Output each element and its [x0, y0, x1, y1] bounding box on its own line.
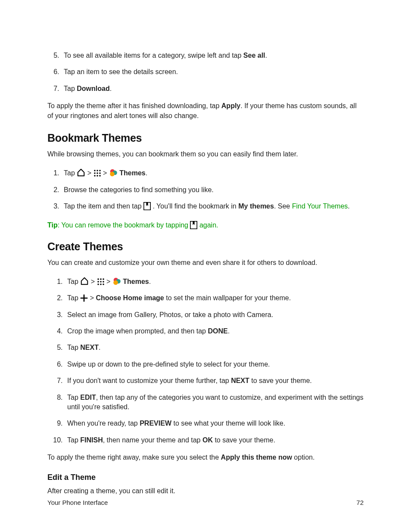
home-icon: [80, 277, 89, 286]
ct-step-8: Tap EDIT, then tap any of the categories…: [65, 389, 364, 416]
create-intro: You can create and customize your own th…: [47, 258, 364, 268]
bold-done: DONE: [208, 327, 227, 335]
footer-section-title: Your Phone Interface: [47, 499, 108, 506]
bold-edit: EDIT: [80, 394, 96, 401]
text: To apply the theme after it has finished…: [47, 102, 221, 109]
apps-icon: [93, 169, 101, 177]
ct-step-5: Tap NEXT.: [65, 339, 364, 356]
text: Tap: [67, 394, 80, 401]
text: Tap: [67, 294, 80, 302]
text: to save your theme.: [249, 377, 312, 384]
step-5: To see all available items for a categor…: [61, 47, 364, 64]
text: to save your theme.: [213, 436, 275, 444]
ct-step-9: When you're ready, tap PREVIEW to see wh…: [65, 415, 364, 432]
plus-icon: [80, 294, 88, 302]
bm-step-2: Browse the categories to find something …: [61, 182, 364, 198]
text: Tap: [64, 169, 77, 177]
bookmark-intro: While browsing themes, you can bookmark …: [47, 149, 364, 159]
text: again.: [197, 221, 218, 229]
text: Tap: [64, 85, 77, 92]
bold-download: Download: [77, 85, 109, 92]
text: Tap: [67, 436, 80, 444]
bold-next: NEXT: [231, 377, 249, 384]
text: If you don't want to customize your them…: [67, 377, 231, 384]
create-steps: Tap > > Themes. Tap > Choose Home image …: [47, 274, 364, 448]
edit-intro: After creating a theme, you can still ed…: [47, 486, 364, 496]
apply-theme-paragraph: To apply the theme after it has finished…: [47, 101, 364, 121]
text: Tap: [67, 278, 80, 285]
bold-themes: Themes: [119, 169, 145, 177]
text: .: [265, 52, 267, 59]
page-content: To see all available items for a categor…: [0, 0, 411, 496]
text: Tap: [67, 344, 80, 351]
bold-choose-home-image: Choose Home image: [96, 294, 164, 302]
tip-remove-bookmark: Tip: You can remove the bookmark by tapp…: [47, 221, 364, 229]
bold-apply: Apply: [221, 102, 240, 109]
bold-themes: Themes: [123, 278, 149, 285]
steps-continued: To see all available items for a categor…: [47, 47, 364, 97]
text: To see all available items for a categor…: [64, 52, 243, 59]
bookmark-icon: [190, 221, 197, 229]
sep: >: [87, 169, 91, 177]
bold-see-all: See all: [243, 52, 265, 59]
text: .: [146, 169, 147, 177]
text: .: [99, 344, 100, 351]
apps-icon: [97, 278, 105, 286]
link-find-your-themes[interactable]: Find Your Themes: [292, 202, 348, 210]
ct-step-4: Crop the image when prompted, and then t…: [65, 323, 364, 339]
bold-preview: PREVIEW: [140, 420, 171, 427]
text: : You can remove the bookmark by tapping: [58, 221, 190, 229]
heading-edit-a-theme: Edit a Theme: [47, 473, 364, 482]
text: option.: [292, 454, 314, 461]
bm-step-3: Tap the item and then tap . You'll find …: [61, 198, 364, 215]
ct-step-3: Select an image from Gallery, Photos, or…: [65, 307, 364, 323]
text: , then name your theme and tap: [103, 436, 202, 444]
themes-icon: [112, 277, 121, 286]
bold-ok: OK: [202, 436, 213, 444]
apply-now-paragraph: To apply the theme right away, make sure…: [47, 453, 364, 462]
text: .: [110, 85, 112, 92]
text: to see what your theme will look like.: [171, 420, 285, 427]
page-footer: Your Phone Interface 72: [47, 499, 364, 506]
ct-step-7: If you don't want to customize your them…: [65, 373, 364, 389]
bold-apply-this-theme-now: Apply this theme now: [221, 454, 292, 461]
heading-bookmark-themes: Bookmark Themes: [47, 132, 364, 144]
text: .: [149, 278, 151, 285]
heading-create-themes: Create Themes: [47, 240, 364, 253]
text: To apply the theme right away, make sure…: [47, 454, 221, 461]
bold-my-themes: My themes: [238, 202, 274, 210]
sep: >: [106, 278, 110, 285]
ct-step-1: Tap > > Themes.: [65, 274, 364, 290]
sep: >: [103, 169, 107, 177]
text: >: [88, 294, 96, 302]
step-6: Tap an item to see the details screen.: [61, 64, 364, 80]
sep: >: [91, 278, 95, 285]
text: , then tap any of the categories you wan…: [67, 394, 364, 411]
bm-step-1: Tap > > Themes.: [61, 165, 364, 181]
text: . You'll find the bookmark in: [153, 202, 238, 210]
text: . See: [274, 202, 292, 210]
text: .: [348, 202, 349, 210]
text: When you're ready, tap: [67, 420, 140, 427]
page-number: 72: [356, 499, 364, 506]
home-icon: [77, 168, 85, 177]
text: Crop the image when prompted, and then t…: [67, 327, 208, 335]
ct-step-10: Tap FINISH, then name your theme and tap…: [65, 432, 364, 448]
ct-step-2: Tap > Choose Home image to set the main …: [65, 290, 364, 306]
step-7: Tap Download.: [61, 81, 364, 97]
bold-next: NEXT: [80, 344, 99, 351]
text: Tap the item and then tap: [64, 202, 143, 210]
themes-icon: [109, 168, 118, 177]
ct-step-6: Swipe up or down to the pre-defined styl…: [65, 356, 364, 373]
bookmark-icon: [143, 202, 151, 210]
tip-label: Tip: [47, 221, 58, 229]
bold-finish: FINISH: [80, 436, 103, 444]
text: .: [228, 327, 230, 335]
text: to set the main wallpaper for your theme…: [164, 294, 291, 302]
bookmark-steps: Tap > > Themes. Browse the categories to…: [47, 165, 364, 215]
